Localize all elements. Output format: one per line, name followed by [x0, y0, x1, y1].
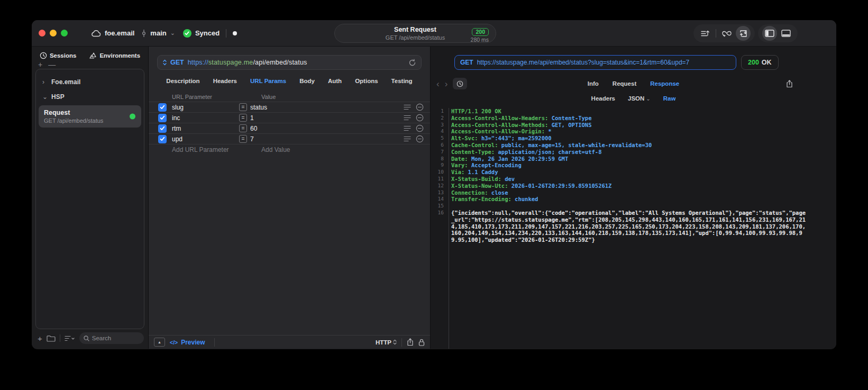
- add-url-parameter-field[interactable]: Add URL Parameter: [172, 146, 261, 153]
- param-options-icon[interactable]: [404, 104, 411, 110]
- response-tab-info[interactable]: Info: [588, 80, 599, 87]
- param-remove-icon[interactable]: [416, 124, 424, 132]
- response-nav: ‹ › InfoRequestResponse: [431, 76, 836, 92]
- preview-button[interactable]: </> Preview: [170, 339, 205, 346]
- tab-body[interactable]: Body: [299, 78, 315, 84]
- lock-icon[interactable]: [418, 339, 425, 346]
- remove-session-button[interactable]: —: [48, 62, 56, 67]
- tab-url-params[interactable]: URL Params: [250, 78, 286, 84]
- method-selector-icon[interactable]: [163, 59, 167, 66]
- toggle-bottom-panel-icon[interactable]: [779, 26, 793, 41]
- param-remove-icon[interactable]: [416, 135, 424, 143]
- tab-description[interactable]: Description: [166, 78, 199, 84]
- request-url-bar[interactable]: GET https://statuspage.me/api/embed/stat…: [157, 55, 422, 70]
- close-window-button[interactable]: [39, 30, 45, 37]
- line-number: 2: [431, 115, 444, 122]
- sidebar-request-item[interactable]: Request GET /api/embed/status: [39, 105, 141, 128]
- chevron-down-icon[interactable]: ⌄: [170, 30, 175, 37]
- response-tab-response[interactable]: Response: [650, 80, 679, 87]
- param-value-input[interactable]: 60: [250, 125, 399, 132]
- tab-auth[interactable]: Auth: [328, 78, 342, 84]
- add-request-button[interactable]: +: [38, 334, 42, 343]
- param-value-input[interactable]: 1: [250, 114, 399, 122]
- response-body[interactable]: 1HTTP/1.1 200 OK2Access-Control-Allow-He…: [431, 108, 836, 349]
- response-subtab-headers[interactable]: Headers: [591, 95, 615, 102]
- sidebar-search-input[interactable]: Search: [79, 332, 144, 344]
- minimize-window-button[interactable]: [50, 30, 57, 37]
- line-content: [444, 203, 807, 210]
- import-export-icon[interactable]: [736, 26, 751, 41]
- add-param-row[interactable]: Add URL Parameter Add Value: [149, 144, 430, 155]
- share-icon[interactable]: [407, 338, 414, 346]
- traffic-lights: [39, 30, 68, 37]
- export-response-icon[interactable]: [786, 80, 793, 88]
- tree-item-hsp[interactable]: ⌄ HSP: [36, 89, 144, 104]
- column-value: Value: [261, 94, 276, 100]
- sort-options-icon[interactable]: [65, 335, 75, 341]
- sent-url-box[interactable]: GET https://statuspage.me/api/embed/stat…: [454, 55, 736, 70]
- tab-environments-label: Environments: [99, 52, 140, 59]
- request-method[interactable]: GET: [170, 59, 184, 66]
- param-options-icon[interactable]: [404, 136, 411, 142]
- param-value-input[interactable]: 7: [250, 135, 399, 143]
- add-session-button[interactable]: +: [38, 62, 42, 67]
- tab-testing[interactable]: Testing: [391, 78, 413, 84]
- tab-environments[interactable]: Environments: [89, 52, 140, 59]
- history-clock-icon[interactable]: [453, 78, 467, 89]
- request-panel: GET https://statuspage.me/api/embed/stat…: [149, 47, 431, 349]
- param-remove-icon[interactable]: [416, 114, 424, 122]
- chevron-down-icon[interactable]: ⌄: [42, 93, 47, 101]
- tab-headers[interactable]: Headers: [213, 78, 237, 84]
- chevron-right-icon[interactable]: ›: [42, 78, 47, 86]
- tab-sessions[interactable]: Sessions: [40, 52, 77, 59]
- collapse-panel-icon[interactable]: ▲: [154, 338, 165, 347]
- add-value-field[interactable]: Add Value: [261, 146, 290, 153]
- titlebar-divider: [226, 29, 226, 38]
- request-url[interactable]: https://statuspage.me/api/embed/status: [188, 59, 307, 66]
- tab-options[interactable]: Options: [355, 78, 378, 84]
- branch-icon: [141, 29, 147, 38]
- param-remove-icon[interactable]: [416, 103, 424, 111]
- history-forward-icon[interactable]: ›: [445, 79, 448, 88]
- sort-list-icon[interactable]: [698, 26, 712, 41]
- param-value-input[interactable]: status: [250, 104, 399, 111]
- param-enabled-checkbox[interactable]: [158, 114, 167, 122]
- line-number: 12: [431, 183, 444, 189]
- fullscreen-window-button[interactable]: [61, 30, 68, 37]
- param-options-icon[interactable]: [404, 125, 411, 131]
- param-name-input[interactable]: upd: [172, 135, 239, 143]
- toggle-sidebar-icon[interactable]: [762, 26, 777, 41]
- param-name-input[interactable]: inc: [172, 114, 239, 122]
- request-item-title: Request: [44, 109, 136, 116]
- response-tab-request[interactable]: Request: [613, 80, 636, 87]
- tree-item-foe-email[interactable]: › Foe.email: [36, 75, 144, 89]
- response-line: 5Alt-Svc: h3=":443"; ma=2592000: [431, 135, 807, 142]
- param-name-input[interactable]: rtm: [172, 125, 239, 132]
- param-enabled-checkbox[interactable]: [158, 103, 167, 112]
- history-back-icon[interactable]: ‹: [436, 79, 440, 88]
- param-enabled-checkbox[interactable]: [158, 124, 167, 133]
- sidebar: Sessions Environments + — ›: [32, 47, 149, 349]
- resend-request-icon[interactable]: [409, 59, 416, 66]
- line-number: 8: [431, 156, 444, 162]
- response-subtab-raw[interactable]: Raw: [663, 95, 676, 102]
- line-content: HTTP/1.1 200 OK: [444, 108, 807, 115]
- new-folder-icon[interactable]: [47, 335, 56, 342]
- param-name-input[interactable]: slug: [172, 104, 239, 111]
- response-subtab-json[interactable]: JSON⌄: [628, 95, 651, 102]
- code-icon: </>: [170, 339, 178, 346]
- column-url-parameter: URL Parameter: [172, 94, 261, 100]
- protocol-selector[interactable]: HTTP: [376, 339, 397, 346]
- branch-name[interactable]: main: [150, 29, 166, 37]
- param-options-icon[interactable]: [404, 115, 411, 121]
- response-line: 4Access-Control-Allow-Origin: *: [431, 128, 807, 135]
- param-enabled-checkbox[interactable]: [158, 135, 167, 143]
- param-row: inc=1: [149, 112, 430, 123]
- param-row: slug=status: [149, 102, 430, 112]
- line-number: 5: [431, 135, 444, 142]
- sent-request-summary[interactable]: Sent Request GET /api/embed/status 200 2…: [334, 24, 496, 43]
- sync-loop-icon[interactable]: [719, 26, 734, 41]
- project-name[interactable]: foe.email: [105, 29, 134, 37]
- response-line: 3Access-Control-Allow-Methods: GET, OPTI…: [431, 122, 807, 129]
- session-indicator-dot[interactable]: [233, 31, 237, 35]
